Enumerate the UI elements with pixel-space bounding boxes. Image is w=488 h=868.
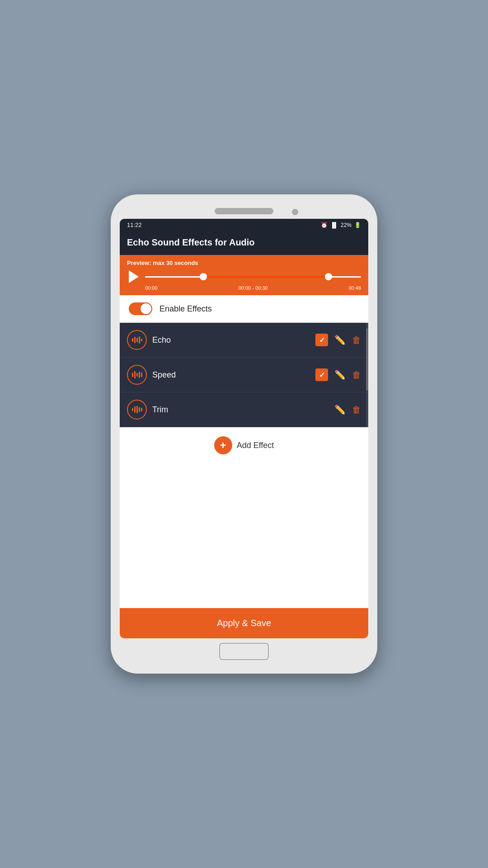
- play-button[interactable]: [127, 270, 141, 283]
- status-time: 11:22: [127, 222, 142, 228]
- eq-bar-t4: [139, 407, 140, 412]
- time-range: 00:00 - 00:30: [239, 285, 268, 291]
- scroll-indicator: [366, 323, 368, 427]
- slider-thumb-end[interactable]: [325, 273, 332, 280]
- signal-icon: ▐▌: [330, 222, 338, 228]
- trim-name: Trim: [152, 405, 329, 415]
- preview-bold: Preview:: [127, 259, 151, 266]
- scroll-thumb: [366, 328, 368, 391]
- eq-bar-s2: [134, 371, 136, 378]
- echo-icon: [127, 330, 147, 350]
- effect-item-speed: Speed ✓ ✏️ 🗑: [120, 358, 368, 392]
- phone-speaker: [215, 208, 273, 214]
- home-button[interactable]: [219, 643, 269, 660]
- speed-actions: ✓ ✏️ 🗑: [315, 368, 361, 381]
- eq-bar-t2: [134, 406, 136, 413]
- speed-icon: [127, 365, 147, 385]
- eq-bar-s5: [141, 373, 142, 377]
- trim-delete-icon[interactable]: 🗑: [352, 405, 361, 415]
- apply-save-button[interactable]: Apply & Save: [120, 608, 368, 638]
- enable-effects-row[interactable]: Enable Effects: [120, 295, 368, 323]
- equalizer-icon-speed: [132, 371, 142, 378]
- status-right: ⏰ ▐▌ 22% 🔋: [321, 222, 361, 228]
- effect-item-echo: Echo ✓ ✏️ 🗑: [120, 323, 368, 358]
- home-btn-area: [219, 643, 269, 660]
- eq-bar-4: [139, 336, 140, 344]
- eq-bar-t1: [132, 408, 133, 411]
- echo-name: Echo: [152, 335, 310, 345]
- eq-bar-t5: [141, 408, 142, 411]
- add-effect-label: Add Effect: [237, 441, 274, 450]
- eq-bar-s3: [136, 373, 138, 377]
- eq-bar-s4: [139, 372, 140, 378]
- equalizer-icon: [132, 336, 142, 344]
- app-title: Echo Sound Effects for Audio: [127, 237, 361, 248]
- eq-bar-s1: [132, 373, 133, 377]
- spacer: [120, 463, 368, 608]
- time-start: 00:00: [145, 285, 158, 291]
- player-row: [127, 270, 361, 283]
- preview-sublabel: max 30 seconds: [153, 259, 198, 266]
- speed-delete-icon[interactable]: 🗑: [352, 370, 361, 380]
- slider-thumb-start[interactable]: [200, 273, 207, 280]
- equalizer-icon-trim: [132, 406, 142, 413]
- add-effect-button[interactable]: +: [214, 436, 232, 454]
- trim-icon: [127, 400, 147, 420]
- phone-camera: [292, 209, 298, 215]
- eq-bar-t3: [136, 406, 138, 413]
- enable-effects-label: Enable Effects: [160, 304, 212, 314]
- effect-item-trim: Trim ✏️ 🗑: [120, 392, 368, 427]
- alarm-icon: ⏰: [321, 222, 328, 228]
- eq-bar-2: [134, 337, 136, 343]
- effects-list: Echo ✓ ✏️ 🗑: [120, 323, 368, 427]
- speed-checkmark-icon: ✓: [319, 371, 325, 379]
- eq-bar-1: [132, 338, 133, 342]
- eq-bar-5: [141, 339, 142, 341]
- echo-delete-icon[interactable]: 🗑: [352, 335, 361, 345]
- time-labels: 00:00 00:00 - 00:30 00:48: [127, 285, 361, 291]
- status-bar: 11:22 ⏰ ▐▌ 22% 🔋: [120, 219, 368, 231]
- slider-track: [145, 276, 361, 278]
- screen: 11:22 ⏰ ▐▌ 22% 🔋 Echo Sound Effects for …: [120, 219, 368, 638]
- app-header: Echo Sound Effects for Audio: [120, 231, 368, 255]
- echo-checkbox[interactable]: ✓: [315, 334, 328, 346]
- battery-percent: 22%: [341, 222, 352, 228]
- play-triangle-icon: [129, 270, 139, 283]
- time-end: 00:48: [348, 285, 361, 291]
- preview-slider[interactable]: [145, 270, 361, 283]
- speed-name: Speed: [152, 370, 310, 380]
- battery-icon: 🔋: [354, 222, 361, 228]
- slider-progress: [203, 276, 328, 278]
- preview-bar: Preview: max 30 seconds 00:00 00:00 - 00: [120, 255, 368, 295]
- checkmark-icon: ✓: [319, 336, 325, 344]
- preview-label: Preview: max 30 seconds: [127, 259, 361, 266]
- phone-shell: 11:22 ⏰ ▐▌ 22% 🔋 Echo Sound Effects for …: [111, 194, 377, 674]
- toggle-knob: [141, 303, 151, 314]
- enable-effects-toggle[interactable]: [129, 302, 152, 315]
- speed-edit-icon[interactable]: ✏️: [334, 369, 346, 380]
- echo-edit-icon[interactable]: ✏️: [334, 335, 346, 345]
- trim-actions: ✏️ 🗑: [334, 404, 361, 415]
- echo-actions: ✓ ✏️ 🗑: [315, 334, 361, 346]
- add-effect-row[interactable]: + Add Effect: [120, 427, 368, 463]
- eq-bar-3: [136, 338, 138, 342]
- trim-edit-icon[interactable]: ✏️: [334, 404, 346, 415]
- speed-checkbox[interactable]: ✓: [315, 368, 328, 381]
